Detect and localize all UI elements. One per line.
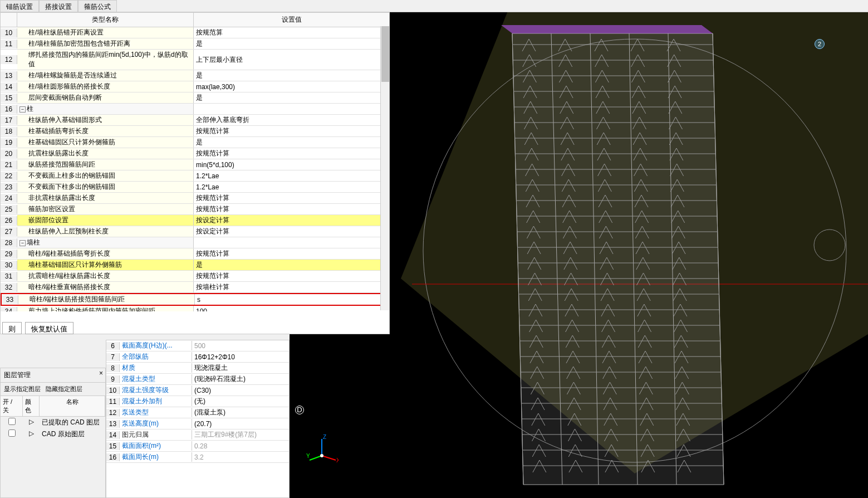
row-value[interactable]: 是 bbox=[194, 70, 389, 81]
prop-value[interactable]: (无) bbox=[192, 397, 289, 406]
property-row[interactable]: 7全部纵筋16Φ12+2Φ10 bbox=[106, 351, 289, 363]
row-value[interactable]: 按规范计算 bbox=[194, 204, 389, 214]
table-row[interactable]: 20抗震柱纵筋露出长度按规范计算 bbox=[1, 148, 389, 159]
show-layer-action[interactable]: 显示指定图层 bbox=[4, 385, 41, 392]
row-value[interactable] bbox=[194, 109, 389, 110]
prop-value[interactable]: (现浇碎石混凝土) bbox=[192, 374, 289, 384]
table-row[interactable]: 12绑扎搭接范围内的箍筋间距min(5d,100)中，纵筋d的取值上下层最小直径 bbox=[1, 50, 389, 70]
table-row[interactable]: 10柱/墙柱纵筋错开距离设置按规范算 bbox=[1, 27, 389, 38]
row-value[interactable]: 是 bbox=[194, 137, 389, 148]
property-row[interactable]: 13泵送高度(m)(20.7) bbox=[106, 418, 289, 429]
svg-line-8 bbox=[551, 33, 562, 485]
table-row[interactable]: 16−柱 bbox=[1, 104, 389, 115]
layer-row[interactable]: ▷CAD 原始图层 bbox=[1, 428, 105, 440]
row-value[interactable]: s bbox=[195, 295, 388, 304]
tab-lap[interactable]: 搭接设置 bbox=[39, 0, 78, 12]
table-row[interactable]: 23不变截面下柱多出的钢筋锚固1.2*Lae bbox=[1, 182, 389, 193]
expand-icon[interactable]: − bbox=[19, 240, 26, 246]
property-row[interactable]: 14图元归属三期工程9#楼(第7层) bbox=[106, 429, 289, 441]
prop-value[interactable]: 现浇混凝土 bbox=[192, 363, 289, 373]
expand-icon[interactable]: − bbox=[19, 106, 26, 113]
row-value[interactable]: 1.2*Lae bbox=[194, 183, 389, 192]
table-row[interactable]: 25箍筋加密区设置按规范计算 bbox=[1, 204, 389, 215]
close-icon[interactable]: × bbox=[99, 369, 103, 377]
row-value[interactable]: 按规范算 bbox=[194, 27, 389, 38]
table-row[interactable]: 22不变截面上柱多出的钢筋锚固1.2*Lae bbox=[1, 170, 389, 182]
table-row[interactable]: 32暗柱/端柱垂直钢筋搭接长度按墙柱计算 bbox=[1, 282, 389, 293]
table-row[interactable]: 15层间变截面钢筋自动判断是 bbox=[1, 92, 389, 104]
table-row[interactable]: 31抗震暗柱/端柱纵筋露出长度按规范计算 bbox=[1, 271, 389, 282]
row-value[interactable]: 按规范计算 bbox=[194, 148, 389, 159]
row-value[interactable]: 是 bbox=[194, 92, 389, 103]
table-row[interactable]: 33暗柱/端柱纵筋搭接范围箍筋间距s bbox=[1, 293, 389, 306]
property-row[interactable]: 16截面周长(m)3.2 bbox=[106, 452, 289, 463]
layer-header-name: 名称 bbox=[40, 396, 105, 416]
row-value[interactable]: max(lae,300) bbox=[194, 82, 389, 91]
property-row[interactable]: 8材质现浇混凝土 bbox=[106, 363, 289, 374]
table-row[interactable]: 11柱/墙柱箍筋加密范围包含错开距离是 bbox=[1, 38, 389, 50]
property-row[interactable]: 9混凝土类型(现浇碎石混凝土) bbox=[106, 374, 289, 385]
table-row[interactable]: 26嵌固部位设置按设定计算 bbox=[1, 215, 389, 226]
table-body[interactable]: 10柱/墙柱纵筋错开距离设置按规范算11柱/墙柱箍筋加密范围包含错开距离是12绑… bbox=[1, 27, 389, 311]
tab-stirrup[interactable]: 箍筋公式 bbox=[78, 0, 117, 12]
row-value[interactable]: 是 bbox=[194, 260, 389, 270]
table-row[interactable]: 27柱纵筋伸入上层预制柱长度按设定计算 bbox=[1, 226, 389, 237]
prop-value[interactable]: 500 bbox=[192, 342, 289, 350]
layer-header-onoff: 开 / 关 bbox=[1, 396, 23, 416]
row-number: 30 bbox=[1, 261, 17, 270]
row-value[interactable]: 按设定计算 bbox=[194, 226, 389, 237]
restore-defaults-button[interactable]: 恢复默认值 bbox=[25, 322, 73, 334]
table-row[interactable]: 17柱纵筋伸入基础锚固形式全部伸入基底弯折 bbox=[1, 115, 389, 126]
prop-value[interactable]: 3.2 bbox=[192, 453, 289, 461]
tab-anchor[interactable]: 锚筋设置 bbox=[0, 0, 39, 12]
hide-layer-action[interactable]: 隐藏指定图层 bbox=[46, 385, 82, 392]
table-row[interactable]: 14柱/墙柱圆形箍筋的搭接长度max(lae,300) bbox=[1, 81, 389, 92]
row-value[interactable]: 按墙柱计算 bbox=[194, 282, 389, 292]
table-row[interactable]: 34剪力墙上边缘构件插筋范围内箍筋加密间距100 bbox=[1, 306, 389, 311]
table-row[interactable]: 21纵筋搭接范围箍筋间距min(5*d,100) bbox=[1, 159, 389, 170]
prop-value[interactable]: (20.7) bbox=[192, 420, 289, 428]
layer-checkbox[interactable] bbox=[1, 418, 23, 427]
row-value[interactable]: 100 bbox=[194, 307, 389, 312]
row-value[interactable]: 全部伸入基底弯折 bbox=[194, 115, 389, 125]
prop-value[interactable]: 三期工程9#楼(第7层) bbox=[192, 430, 289, 440]
layer-checkbox[interactable] bbox=[1, 429, 23, 439]
prop-value[interactable]: 0.28 bbox=[192, 442, 289, 450]
table-row[interactable]: 29暗柱/端柱基础插筋弯折长度按规范计算 bbox=[1, 248, 389, 260]
row-value[interactable]: 是 bbox=[194, 38, 389, 49]
row-value[interactable]: 按规范计算 bbox=[194, 126, 389, 136]
row-number: 21 bbox=[1, 160, 17, 169]
axis-gizmo[interactable]: X Y Z bbox=[305, 433, 339, 467]
layer-row[interactable]: ▷已提取的 CAD 图层 bbox=[1, 417, 105, 428]
row-value[interactable]: 按规范计算 bbox=[194, 248, 389, 259]
property-row[interactable]: 15截面面积(m²)0.28 bbox=[106, 441, 289, 452]
expand-icon[interactable]: ▷ bbox=[23, 418, 40, 427]
prop-value[interactable]: (C30) bbox=[192, 387, 289, 394]
table-row[interactable]: 13柱/墙柱螺旋箍筋是否连续通过是 bbox=[1, 70, 389, 81]
property-row[interactable]: 6截面高度(H边)(...500 bbox=[106, 340, 289, 351]
row-value[interactable]: 上下层最小直径 bbox=[194, 55, 389, 65]
expand-icon[interactable]: ▷ bbox=[23, 429, 40, 439]
prop-value[interactable]: 16Φ12+2Φ10 bbox=[192, 353, 289, 361]
row-value[interactable]: 1.2*Lae bbox=[194, 172, 389, 180]
table-row[interactable]: 18柱基础插筋弯折长度按规范计算 bbox=[1, 126, 389, 137]
row-value[interactable]: min(5*d,100) bbox=[194, 160, 389, 169]
layer-management-panel: 图层管理 × 显示指定图层 隐藏指定图层 开 / 关 颜色 名称 ▷已提取的 C… bbox=[0, 368, 106, 498]
table-row[interactable]: 19柱基础锚固区只计算外侧箍筋是 bbox=[1, 137, 389, 148]
scroll-thumb[interactable] bbox=[381, 26, 389, 82]
property-row[interactable]: 11混凝土外加剂(无) bbox=[106, 396, 289, 407]
property-row[interactable]: 10混凝土强度等级(C30) bbox=[106, 385, 289, 396]
prop-value[interactable]: (混凝土泵) bbox=[192, 408, 289, 417]
table-scrollbar[interactable] bbox=[380, 26, 389, 310]
row-value[interactable]: 按规范计算 bbox=[194, 271, 389, 281]
rule-button[interactable]: 则 bbox=[2, 322, 22, 334]
row-value[interactable]: 按规范计算 bbox=[194, 193, 389, 203]
prop-number: 15 bbox=[106, 442, 120, 450]
table-row[interactable]: 28−墙柱 bbox=[1, 237, 389, 248]
row-number: 23 bbox=[1, 183, 17, 192]
property-row[interactable]: 12泵送类型(混凝土泵) bbox=[106, 407, 289, 418]
row-value[interactable]: 按设定计算 bbox=[194, 215, 389, 226]
table-row[interactable]: 24非抗震柱纵筋露出长度按规范计算 bbox=[1, 193, 389, 204]
row-value[interactable] bbox=[194, 242, 389, 243]
table-row[interactable]: 30墙柱基础锚固区只计算外侧箍筋是 bbox=[1, 260, 389, 271]
